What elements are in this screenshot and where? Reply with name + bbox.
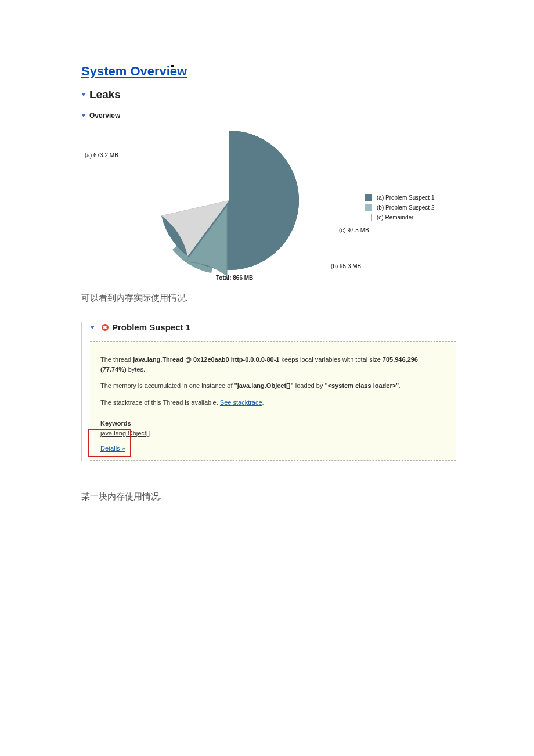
caption-2: 某一块内存使用情况.	[81, 491, 456, 502]
text: bytes.	[127, 366, 145, 373]
text: keeps local variables with total size	[280, 356, 383, 363]
error-icon: ✖	[102, 324, 109, 331]
legend-item: (b) Problem Suspect 2	[365, 204, 435, 211]
suspect-line-3: The stacktrace of this Thread is availab…	[100, 398, 445, 408]
legend-label: (c) Remainder	[377, 214, 413, 221]
pie-svg	[148, 128, 311, 279]
see-stacktrace-link[interactable]: See stacktrace	[220, 399, 262, 406]
leaks-label: Leaks	[89, 88, 121, 101]
leader-line	[287, 231, 337, 231]
problem-suspect-body: The thread java.lang.Thread @ 0x12e0aab0…	[90, 341, 456, 461]
slice-a-label: (a) 673.2 MB	[85, 152, 118, 159]
text: The thread	[100, 356, 133, 363]
legend-item: (c) Remainder	[365, 214, 435, 221]
leader-line	[257, 267, 329, 267]
leader-line	[122, 156, 157, 156]
caret-down-icon	[81, 93, 86, 96]
legend-swatch-b	[365, 204, 372, 211]
legend-label: (a) Problem Suspect 1	[377, 195, 435, 201]
slice-c-label: (c) 97.5 MB	[339, 227, 369, 233]
pie-chart: (a) 673.2 MB (c) 97.5 MB (b) 95.3 MB Tot…	[81, 123, 456, 286]
classloader: "<system class loader>"	[324, 382, 399, 389]
legend-label: (b) Problem Suspect 2	[377, 204, 435, 211]
slice-b-label: (b) 95.3 MB	[331, 263, 361, 269]
text: .	[399, 382, 400, 389]
problem-suspect-panel: ✖ Problem Suspect 1 The thread java.lang…	[81, 322, 456, 461]
details-link[interactable]: Details »	[100, 445, 125, 452]
overview-heading[interactable]: Overview	[81, 111, 456, 120]
text: .	[262, 399, 264, 406]
legend-swatch-a	[365, 194, 372, 201]
caption-1: 可以看到内存实际使用情况.	[81, 293, 456, 304]
overview-label: Overview	[89, 111, 120, 120]
keywords-value: java.lang.Object[]	[100, 429, 445, 438]
caret-down-icon	[90, 326, 95, 329]
text: loaded by	[294, 382, 325, 389]
legend-item: (a) Problem Suspect 1	[365, 194, 435, 201]
caret-down-icon	[81, 114, 86, 117]
chart-total: Total: 866 MB	[216, 275, 253, 281]
problem-suspect-title: Problem Suspect 1	[112, 322, 190, 332]
class-name: "java.lang.Object[]"	[234, 382, 294, 389]
thread-id: java.lang.Thread @ 0x12e0aab0 http-0.0.0…	[133, 356, 279, 363]
bullet-dot	[171, 65, 174, 67]
keywords-heading: Keywords	[100, 419, 445, 429]
suspect-line-1: The thread java.lang.Thread @ 0x12e0aab0…	[100, 355, 445, 374]
text: The stacktrace of this Thread is availab…	[100, 399, 220, 406]
text: The memory is accumulated in one instanc…	[100, 382, 234, 389]
suspect-line-2: The memory is accumulated in one instanc…	[100, 381, 445, 391]
problem-suspect-heading[interactable]: ✖ Problem Suspect 1	[90, 322, 456, 332]
leaks-heading[interactable]: Leaks	[81, 88, 456, 101]
chart-legend: (a) Problem Suspect 1 (b) Problem Suspec…	[365, 194, 435, 224]
legend-swatch-c	[365, 214, 372, 221]
